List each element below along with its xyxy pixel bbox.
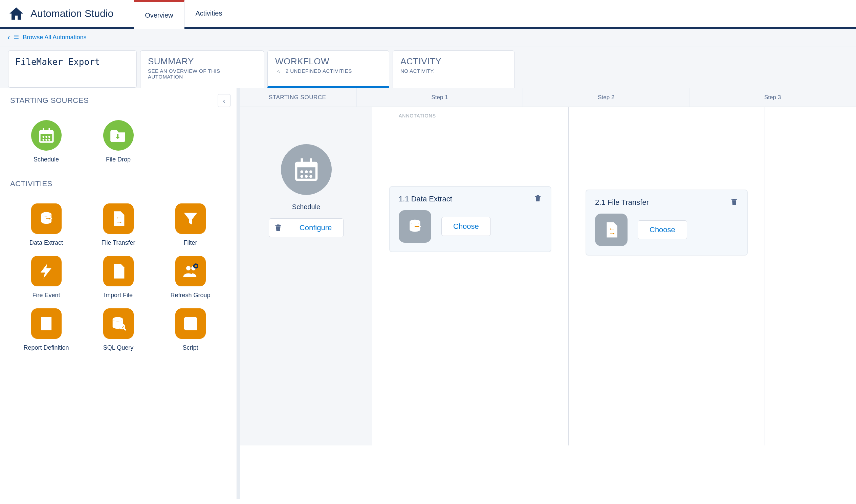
summary-sub: SEE AN OVERVIEW OF THIS AUTOMATION <box>148 68 256 79</box>
canvas-header: STARTING SOURCE Step 1 Step 2 Step 3 <box>240 88 856 107</box>
trash-icon <box>730 198 738 206</box>
col-starting-source: STARTING SOURCE <box>240 88 357 107</box>
col-step-1: Step 1 <box>357 88 523 107</box>
palette-data-extract[interactable]: Data Extract <box>10 203 82 247</box>
script-icon <box>182 315 199 332</box>
activity-card-title: 2.1 File Transfer <box>595 198 649 207</box>
group-refresh-icon <box>182 262 199 280</box>
top-nav: Automation Studio Overview Activities <box>0 0 856 29</box>
palette-file-transfer[interactable]: File Transfer <box>82 203 154 247</box>
activity-sub: NO ACTIVITY. <box>400 68 507 74</box>
palette-item-label: Fire Event <box>32 292 60 299</box>
palette-schedule[interactable]: Schedule <box>10 120 82 163</box>
collapse-palette-button[interactable]: ‹ <box>218 94 231 107</box>
home-button[interactable] <box>6 0 31 27</box>
palette-script[interactable]: Script <box>154 308 227 352</box>
palette-item-label: Refresh Group <box>170 292 210 299</box>
source-label: Schedule <box>292 203 320 211</box>
delete-source-button[interactable] <box>269 218 288 237</box>
summary-card[interactable]: SUMMARY SEE AN OVERVIEW OF THIS AUTOMATI… <box>140 50 264 88</box>
palette-filedrop[interactable]: File Drop <box>82 120 154 163</box>
choose-button[interactable]: Choose <box>638 220 687 239</box>
file-down-icon <box>110 262 127 280</box>
palette-import-file[interactable]: Import File <box>82 256 154 299</box>
workflow-sub-text: 2 UNDEFINED ACTIVITIES <box>286 68 352 74</box>
col-step-2: Step 2 <box>523 88 690 107</box>
workflow-card[interactable]: WORKFLOW 2 UNDEFINED ACTIVITIES <box>267 50 389 88</box>
scheduled-source-icon <box>281 144 332 195</box>
trash-icon <box>534 194 542 202</box>
automation-name-input[interactable] <box>8 50 137 88</box>
folder-down-icon <box>110 127 127 144</box>
funnel-icon <box>182 210 199 228</box>
work-area: ‹ STARTING SOURCES Schedule File Drop AC… <box>0 88 856 499</box>
step-1-column: ANNOTATIONS 1.1 Data Extract Choose <box>372 107 569 446</box>
starting-sources-heading: STARTING SOURCES <box>10 96 89 105</box>
palette-report-definition[interactable]: Report Definition <box>10 308 82 352</box>
palette-item-label: Script <box>182 344 198 352</box>
palette-item-label: Data Extract <box>30 239 63 247</box>
bolt-icon <box>38 262 55 280</box>
step-2-column: 2.1 File Transfer Choose <box>569 107 765 446</box>
data-extract-icon <box>399 210 431 243</box>
workflow-sub: 2 UNDEFINED ACTIVITIES <box>275 68 381 74</box>
palette-item-label: Schedule <box>34 156 59 163</box>
tab-activities[interactable]: Activities <box>184 0 234 27</box>
calendar-icon <box>38 127 55 144</box>
annotations-label: ANNOTATIONS <box>372 107 568 119</box>
palette-item-label: File Transfer <box>101 239 135 247</box>
app-title: Automation Studio <box>31 0 134 27</box>
sql-icon <box>110 315 127 332</box>
chevron-left-icon[interactable]: ‹ <box>7 34 10 41</box>
report-icon <box>38 315 55 332</box>
workflow-title: WORKFLOW <box>275 56 381 67</box>
file-transfer-icon <box>595 214 627 246</box>
palette-item-label: Import File <box>104 292 133 299</box>
activity-title: ACTIVITY <box>400 56 507 67</box>
summary-title: SUMMARY <box>148 56 256 67</box>
activity-card-1[interactable]: 1.1 Data Extract Choose <box>389 186 551 252</box>
delete-activity-button[interactable] <box>730 198 738 207</box>
palette-panel: ‹ STARTING SOURCES Schedule File Drop AC… <box>0 88 237 499</box>
palette-filter[interactable]: Filter <box>154 203 227 247</box>
palette-item-label: File Drop <box>106 156 131 163</box>
source-column: Schedule Configure <box>240 107 372 446</box>
header-cards: SUMMARY SEE AN OVERVIEW OF THIS AUTOMATI… <box>0 47 856 88</box>
tab-overview[interactable]: Overview <box>134 0 184 29</box>
undefined-icon <box>275 69 282 74</box>
activities-heading: ACTIVITIES <box>10 179 52 188</box>
divider <box>10 193 227 193</box>
palette-item-label: Filter <box>184 239 197 247</box>
browse-all-link[interactable]: Browse All Automations <box>23 34 86 41</box>
palette-item-label: Report Definition <box>23 344 69 352</box>
palette-fire-event[interactable]: Fire Event <box>10 256 82 299</box>
trash-icon <box>274 223 283 232</box>
home-icon <box>8 5 24 22</box>
data-extract-icon <box>38 210 55 228</box>
activity-card-2[interactable]: 2.1 File Transfer Choose <box>586 190 748 255</box>
choose-button[interactable]: Choose <box>441 217 491 236</box>
configure-button[interactable]: Configure <box>288 218 343 237</box>
step-3-column <box>765 107 856 446</box>
list-icon <box>13 34 19 41</box>
calendar-icon <box>293 156 320 183</box>
vertical-splitter[interactable] <box>237 88 240 499</box>
breadcrumb-bar: ‹ Browse All Automations <box>0 29 856 47</box>
workflow-canvas: STARTING SOURCE Step 1 Step 2 Step 3 Sch… <box>240 88 856 499</box>
delete-activity-button[interactable] <box>534 194 542 203</box>
palette-refresh-group[interactable]: Refresh Group <box>154 256 227 299</box>
divider <box>10 110 227 110</box>
palette-sql-query[interactable]: SQL Query <box>82 308 154 352</box>
activity-card-title: 1.1 Data Extract <box>399 195 452 203</box>
file-transfer-icon <box>110 210 127 228</box>
col-step-3: Step 3 <box>690 88 856 107</box>
activity-card-tab[interactable]: ACTIVITY NO ACTIVITY. <box>393 50 515 88</box>
palette-item-label: SQL Query <box>103 344 133 352</box>
